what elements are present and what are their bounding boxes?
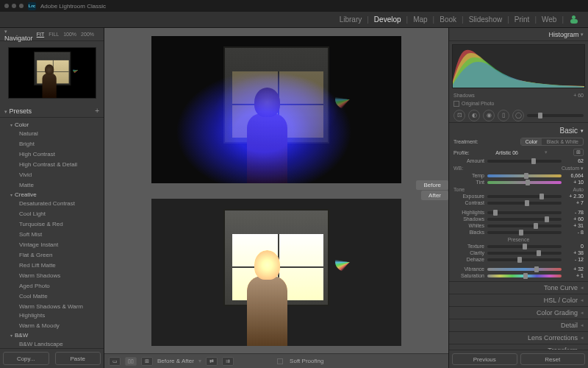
- preset-item[interactable]: Desaturated Contrast: [0, 199, 104, 209]
- previous-button[interactable]: Previous: [452, 353, 517, 365]
- close-dot[interactable]: [4, 4, 9, 8]
- shadows-slider[interactable]: [487, 218, 562, 221]
- app-icon: Lrc: [28, 2, 36, 10]
- profile-value[interactable]: Artistic 06: [495, 150, 518, 155]
- preset-item[interactable]: Aged Photo: [0, 281, 104, 291]
- nav-develop[interactable]: Develop: [370, 15, 406, 24]
- crop-tool-icon[interactable]: ⊡: [453, 110, 465, 121]
- redeye-tool-icon[interactable]: ◉: [483, 110, 495, 121]
- preset-item[interactable]: Flat & Green: [0, 250, 104, 261]
- loupe-view-icon[interactable]: ▭: [109, 357, 121, 366]
- reset-button[interactable]: Reset: [520, 353, 586, 365]
- auto-tone-button[interactable]: Auto: [573, 187, 584, 192]
- blacks-slider[interactable]: [487, 231, 562, 234]
- preset-item[interactable]: Warm Shadows: [0, 271, 104, 281]
- treatment-label: Treatment:: [453, 139, 478, 144]
- heal-tool-icon[interactable]: ◐: [468, 110, 480, 121]
- panel-header[interactable]: Color Grading◂: [449, 307, 588, 319]
- mask-tool-icon[interactable]: ▯: [498, 110, 509, 121]
- nav-book[interactable]: Book: [435, 15, 461, 24]
- soft-proof-label: Soft Proofing: [290, 358, 323, 364]
- preset-item[interactable]: High Contrast & Detail: [0, 160, 104, 170]
- zoom-fill[interactable]: FILL: [48, 32, 60, 37]
- wb-dropdown[interactable]: Custom ▾: [562, 166, 584, 171]
- navigator-thumbnail[interactable]: [8, 47, 96, 99]
- vibrance-slider[interactable]: [487, 268, 562, 271]
- nav-map[interactable]: Map: [409, 15, 431, 24]
- panel-header[interactable]: Lens Corrections◂: [449, 332, 588, 344]
- navigator-header[interactable]: ▾ Navigator FIT FILL 100% 200%: [0, 28, 104, 41]
- after-image[interactable]: After: [104, 191, 448, 353]
- preset-item[interactable]: B&W Landscape: [0, 339, 104, 348]
- compare-view-icon[interactable]: ▯▯: [125, 357, 137, 366]
- nav-web[interactable]: Web: [537, 15, 561, 24]
- window-controls[interactable]: [4, 4, 24, 8]
- nav-print[interactable]: Print: [510, 15, 534, 24]
- preset-item[interactable]: Matte: [0, 180, 104, 191]
- preset-group[interactable]: Creative: [0, 191, 104, 199]
- clarity-slider[interactable]: [487, 252, 562, 255]
- before-label: Before: [416, 180, 448, 190]
- hist-value: + 60: [573, 93, 584, 98]
- preset-item[interactable]: Soft Mist: [0, 230, 104, 240]
- preset-item[interactable]: Turquoise & Red: [0, 219, 104, 230]
- profile-label: Profile:: [453, 150, 470, 155]
- nav-library[interactable]: Library: [335, 15, 367, 24]
- preset-item[interactable]: High Contrast: [0, 149, 104, 160]
- app-title: Adobe Lightroom Classic: [40, 3, 106, 10]
- saturation-slider[interactable]: [487, 275, 562, 277]
- whites-slider[interactable]: [487, 224, 562, 227]
- panel-header[interactable]: HSL / Color◂: [449, 294, 588, 307]
- copy-settings-icon[interactable]: ⇉: [222, 357, 234, 366]
- exposure-slider[interactable]: [487, 195, 562, 198]
- original-photo-checkbox[interactable]: [453, 101, 459, 107]
- preset-item[interactable]: Warm Shadows & Warm Highlights: [0, 302, 104, 321]
- basic-panel-header[interactable]: Basic▾: [453, 125, 584, 136]
- panel-header[interactable]: Tone Curve◂: [449, 282, 588, 294]
- preset-item[interactable]: Cool Light: [0, 209, 104, 219]
- texture-slider[interactable]: [487, 245, 562, 248]
- histogram-header[interactable]: Histogram ▾: [449, 28, 588, 41]
- before-image[interactable]: Before: [104, 28, 448, 191]
- zoom-200[interactable]: 200%: [80, 32, 95, 37]
- panel-header[interactable]: Detail◂: [449, 319, 588, 332]
- max-dot[interactable]: [19, 4, 24, 8]
- dehaze-slider[interactable]: [487, 258, 562, 261]
- copy-button[interactable]: Copy...: [3, 352, 49, 365]
- tool-slider[interactable]: [527, 114, 584, 117]
- preset-item[interactable]: Vintage Instant: [0, 240, 104, 250]
- grid-view-icon[interactable]: ⊞: [141, 357, 153, 366]
- temp-slider[interactable]: [487, 174, 562, 177]
- preset-group[interactable]: B&W: [0, 331, 104, 339]
- profile-browser-icon[interactable]: ⊞: [573, 149, 584, 156]
- contrast-slider[interactable]: [487, 202, 562, 205]
- presets-list[interactable]: ColorNaturalBrightHigh ContrastHigh Cont…: [0, 118, 104, 348]
- preset-group[interactable]: Color: [0, 121, 104, 129]
- preset-item[interactable]: Cool Matte: [0, 291, 104, 302]
- zoom-100[interactable]: 100%: [62, 32, 77, 37]
- zoom-fit[interactable]: FIT: [36, 32, 46, 37]
- soft-proof-checkbox[interactable]: [277, 358, 283, 364]
- nav-slideshow[interactable]: Slideshow: [465, 15, 507, 24]
- histogram[interactable]: [452, 44, 585, 88]
- paste-button[interactable]: Paste: [55, 352, 101, 365]
- tint-slider[interactable]: [487, 181, 562, 184]
- preview-area: Before After ▭ ▯▯ ⊞ Before & After ▾ ⇄ ⇉…: [104, 28, 448, 368]
- preset-item[interactable]: Natural: [0, 129, 104, 139]
- swap-icon[interactable]: ⇄: [206, 357, 218, 366]
- highlights-slider[interactable]: [487, 211, 562, 214]
- radial-tool-icon[interactable]: ◯: [512, 110, 524, 121]
- min-dot[interactable]: [12, 4, 16, 8]
- panel-header[interactable]: Transform◂: [449, 344, 588, 350]
- preset-item[interactable]: Vivid: [0, 170, 104, 180]
- preset-item[interactable]: Bright: [0, 139, 104, 149]
- presets-header[interactable]: ▾ Presets +: [0, 105, 104, 118]
- view-mode-label: Before & After: [157, 358, 194, 364]
- treatment-toggle[interactable]: ColorBlack & White: [520, 138, 584, 146]
- tool-strip: ⊡ ◐ ◉ ▯ ◯: [449, 108, 588, 123]
- module-picker: Library| Develop| Map| Book| Slideshow| …: [0, 12, 588, 28]
- amount-slider[interactable]: [487, 160, 562, 163]
- preset-item[interactable]: Warm & Moody: [0, 321, 104, 331]
- cloud-sync-icon[interactable]: [564, 15, 582, 24]
- preset-item[interactable]: Red Lift Matte: [0, 261, 104, 271]
